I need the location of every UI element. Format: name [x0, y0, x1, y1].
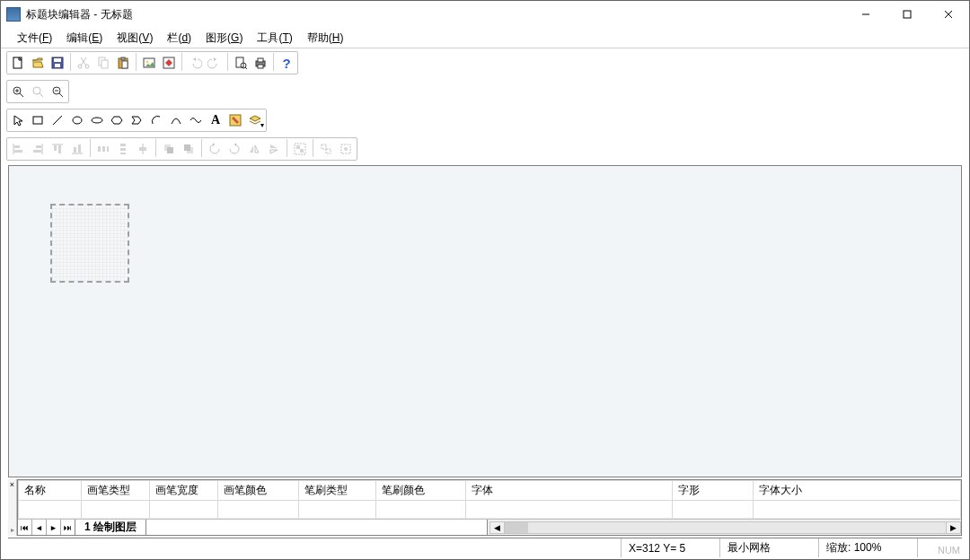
ellipse-tool[interactable] — [67, 110, 87, 130]
hscroll-thumb[interactable] — [505, 522, 528, 533]
svg-point-68 — [344, 147, 348, 151]
tab-nav-prev[interactable]: ◀ — [32, 520, 47, 535]
hscroll-right[interactable]: ▶ — [946, 522, 960, 533]
recolor-button[interactable] — [159, 53, 179, 73]
select-tool[interactable] — [8, 110, 28, 130]
canvas[interactable] — [8, 165, 962, 477]
new-button[interactable] — [8, 53, 28, 73]
arc-tool[interactable] — [146, 110, 166, 130]
panel-drag-handle[interactable]: ▸ — [11, 526, 14, 534]
paste-button[interactable] — [113, 53, 133, 73]
help-icon: ? — [282, 56, 290, 71]
col-pen-color[interactable]: 画笔颜色 — [218, 481, 299, 501]
fill-tool[interactable] — [225, 110, 245, 130]
menu-edit[interactable]: 编辑(E) — [59, 29, 110, 48]
help-button[interactable]: ? — [277, 53, 296, 73]
bring-front-button[interactable] — [159, 139, 179, 159]
align-left-button[interactable] — [8, 139, 28, 159]
col-font-size[interactable]: 字体大小 — [754, 481, 961, 501]
wave-tool[interactable] — [186, 110, 206, 130]
zoom-in-button[interactable] — [8, 82, 28, 101]
flip-v-button[interactable] — [264, 139, 284, 159]
align-top-button[interactable] — [48, 139, 67, 159]
properties-table: 名称 画笔类型 画笔宽度 画笔颜色 笔刷类型 笔刷颜色 字体 字形 字体大小 — [18, 480, 961, 519]
minimize-button[interactable] — [845, 1, 886, 28]
tab-layer-1[interactable]: 1 绘制图层 — [75, 520, 146, 535]
insert-image-button[interactable] — [139, 53, 159, 73]
col-pen-type[interactable]: 画笔类型 — [82, 481, 150, 501]
align-right-button[interactable] — [28, 139, 48, 159]
toolbar-zoom — [1, 77, 969, 106]
curve-tool[interactable] — [166, 110, 186, 130]
layers-tool[interactable]: ▾ — [245, 110, 265, 130]
status-zoom-value: 缩放: 100% — [826, 540, 881, 556]
undo-button[interactable] — [185, 53, 205, 73]
menu-shape[interactable]: 图形(G) — [198, 29, 250, 48]
rotate-right-button[interactable] — [225, 139, 244, 159]
oval-tool[interactable] — [87, 110, 107, 130]
zoom-out-button[interactable] — [48, 82, 67, 101]
text-tool[interactable]: A — [206, 110, 225, 130]
send-back-button[interactable] — [179, 139, 198, 159]
distribute-h-button[interactable] — [93, 139, 113, 159]
menu-file[interactable]: 文件(F) — [10, 29, 59, 48]
tab-nav-first[interactable]: ⏮ — [18, 520, 32, 535]
menu-tools[interactable]: 工具(T) — [250, 29, 299, 48]
panel-close-button[interactable]: × — [10, 481, 14, 489]
center-button[interactable] — [133, 139, 153, 159]
menu-view[interactable]: 视图(V) — [110, 29, 160, 48]
rotate-left-button[interactable] — [205, 139, 225, 159]
svg-rect-46 — [58, 145, 61, 153]
flip-h-button[interactable] — [244, 139, 264, 159]
tab-nav-last[interactable]: ⏭ — [61, 520, 75, 535]
svg-point-9 — [85, 65, 89, 68]
svg-line-29 — [40, 93, 43, 97]
copy-button[interactable] — [93, 53, 113, 73]
col-font-style[interactable]: 字形 — [673, 481, 754, 501]
col-name[interactable]: 名称 — [19, 481, 82, 501]
svg-rect-11 — [101, 60, 108, 68]
panel-hscrollbar[interactable]: ◀ ▶ — [489, 521, 961, 534]
col-font[interactable]: 字体 — [466, 481, 673, 501]
menu-help[interactable]: 帮助(H) — [300, 29, 351, 48]
table-row[interactable] — [19, 501, 961, 519]
svg-rect-59 — [167, 147, 173, 153]
print-preview-button[interactable] — [231, 53, 251, 73]
svg-rect-49 — [78, 144, 81, 153]
svg-rect-40 — [14, 150, 22, 153]
ungroup-button[interactable] — [316, 139, 336, 159]
toolbar-shapes: A ▾ — [1, 106, 969, 135]
group-button[interactable] — [290, 139, 310, 159]
svg-rect-13 — [121, 57, 125, 60]
close-button[interactable] — [928, 1, 969, 28]
svg-line-25 — [20, 93, 23, 97]
rect-tool[interactable] — [28, 110, 48, 130]
status-num-indicator: NUM — [938, 545, 960, 556]
window-title: 标题块编辑器 - 无标题 — [26, 7, 845, 22]
hscroll-left[interactable]: ◀ — [490, 522, 505, 533]
menu-column[interactable]: 栏(d) — [160, 29, 198, 48]
col-brush-type[interactable]: 笔刷类型 — [299, 481, 376, 501]
redo-button[interactable] — [205, 53, 225, 73]
col-brush-color[interactable]: 笔刷颜色 — [376, 481, 466, 501]
col-pen-width[interactable]: 画笔宽度 — [150, 481, 218, 501]
chevron-tool[interactable] — [127, 110, 146, 130]
svg-rect-50 — [98, 146, 101, 152]
window-controls — [845, 1, 969, 28]
distribute-v-button[interactable] — [113, 139, 133, 159]
align-bottom-button[interactable] — [67, 139, 87, 159]
tab-strip-spacer — [146, 520, 488, 535]
open-button[interactable] — [28, 53, 48, 73]
snap-button[interactable] — [336, 139, 356, 159]
tab-nav-next[interactable]: ▶ — [47, 520, 61, 535]
svg-rect-23 — [258, 65, 263, 68]
svg-rect-51 — [102, 146, 105, 152]
maximize-button[interactable] — [886, 1, 928, 28]
hexagon-tool[interactable] — [107, 110, 127, 130]
title-block-placeholder[interactable] — [50, 204, 129, 283]
print-button[interactable] — [251, 53, 270, 73]
zoom-fit-button[interactable] — [28, 82, 48, 101]
save-button[interactable] — [48, 53, 67, 73]
line-tool[interactable] — [48, 110, 67, 130]
cut-button[interactable] — [74, 53, 93, 73]
